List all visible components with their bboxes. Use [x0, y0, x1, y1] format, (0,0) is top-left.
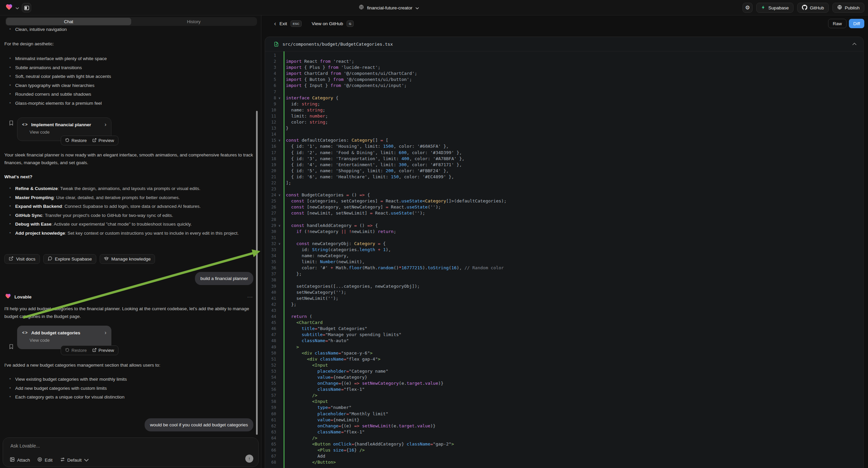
fold-chevron-icon[interactable] [276, 162, 283, 168]
fold-chevron-icon[interactable] [276, 405, 283, 411]
edit-mode-button[interactable]: Edit [37, 457, 52, 463]
send-button[interactable]: ↑ [245, 455, 253, 463]
fold-chevron-icon[interactable] [276, 253, 283, 259]
fold-chevron-icon[interactable] [276, 459, 283, 465]
fold-chevron-icon[interactable] [276, 180, 283, 186]
raw-button[interactable]: Raw [828, 19, 846, 28]
fold-chevron-icon[interactable] [276, 453, 283, 459]
fold-chevron-icon[interactable] [276, 447, 283, 453]
fold-chevron-icon[interactable] [276, 441, 283, 447]
chat-input[interactable] [10, 443, 212, 448]
fold-chevron-icon[interactable] [276, 429, 283, 435]
chevron-up-icon[interactable] [852, 42, 857, 45]
fold-chevron-icon[interactable] [276, 77, 283, 83]
fold-chevron-icon[interactable] [276, 229, 283, 235]
fold-chevron-icon[interactable] [276, 386, 283, 392]
fold-chevron-icon[interactable] [276, 399, 283, 405]
fold-chevron-icon[interactable] [276, 320, 283, 326]
fold-chevron-icon[interactable] [276, 423, 283, 429]
supabase-button[interactable]: Supabase [756, 3, 794, 13]
model-selector[interactable]: Default [60, 457, 89, 463]
fold-chevron-icon[interactable] [276, 314, 283, 320]
fold-chevron-icon[interactable] [276, 235, 283, 241]
fold-chevron-icon[interactable] [276, 83, 283, 89]
fold-chevron-icon[interactable] [276, 301, 283, 308]
more-menu-icon[interactable]: ··· [247, 294, 253, 299]
fold-chevron-icon[interactable] [276, 150, 283, 156]
fold-chevron-icon[interactable] [276, 417, 283, 423]
fold-chevron-icon[interactable] [276, 113, 283, 119]
fold-chevron-icon[interactable] [276, 168, 283, 174]
fold-chevron-icon[interactable] [276, 174, 283, 180]
fold-chevron-icon[interactable]: ∨ [276, 192, 283, 198]
fold-chevron-icon[interactable] [276, 435, 283, 441]
file-header[interactable]: src/components/budget/BudgetCategories.t… [265, 37, 863, 51]
fold-chevron-icon[interactable] [276, 380, 283, 386]
explore-supabase-button[interactable]: Explore Supabase [43, 254, 96, 264]
fold-chevron-icon[interactable] [276, 265, 283, 271]
fold-chevron-icon[interactable] [276, 368, 283, 374]
bookmark-icon[interactable] [8, 344, 14, 350]
view-on-github-link[interactable]: View on GitHub G [312, 21, 354, 27]
tab-chat[interactable]: Chat [6, 18, 131, 25]
fold-chevron-icon[interactable] [276, 216, 283, 223]
exit-button[interactable]: ‹ Exit ESC [274, 21, 302, 27]
fold-chevron-icon[interactable] [276, 350, 283, 356]
manage-knowledge-button[interactable]: Manage knowledge [100, 254, 155, 264]
restore-button[interactable]: Restore [63, 347, 89, 354]
fold-chevron-icon[interactable] [276, 356, 283, 362]
diff-button[interactable]: Diff [849, 19, 864, 28]
fold-chevron-icon[interactable] [276, 198, 283, 204]
fold-chevron-icon[interactable] [276, 277, 283, 283]
view-code-link[interactable]: View code [30, 338, 106, 343]
fold-chevron-icon[interactable] [276, 125, 283, 131]
fold-chevron-icon[interactable] [276, 64, 283, 70]
fold-chevron-icon[interactable] [276, 131, 283, 137]
fold-chevron-icon[interactable]: ∨ [276, 95, 283, 101]
fold-chevron-icon[interactable]: ∨ [276, 137, 283, 143]
fold-chevron-icon[interactable] [276, 283, 283, 289]
chat-scrollbar[interactable] [256, 111, 258, 435]
fold-chevron-icon[interactable] [276, 101, 283, 107]
fold-chevron-icon[interactable] [276, 89, 283, 95]
restore-button[interactable]: Restore [63, 137, 89, 144]
settings-button[interactable]: ⚙ [743, 3, 752, 13]
toggle-sidebar-button[interactable] [22, 3, 31, 12]
preview-button[interactable]: Preview [90, 347, 116, 354]
tab-history[interactable]: History [131, 18, 256, 25]
fold-chevron-icon[interactable] [276, 186, 283, 192]
publish-button[interactable]: Publish [832, 3, 864, 13]
fold-chevron-icon[interactable] [276, 332, 283, 338]
fold-chevron-icon[interactable] [276, 58, 283, 64]
fold-chevron-icon[interactable] [276, 119, 283, 125]
fold-chevron-icon[interactable] [276, 392, 283, 399]
fold-chevron-icon[interactable] [276, 362, 283, 368]
fold-chevron-icon[interactable] [276, 308, 283, 314]
fold-chevron-icon[interactable]: ∨ [276, 241, 283, 247]
fold-chevron-icon[interactable] [276, 289, 283, 295]
fold-chevron-icon[interactable] [276, 271, 283, 277]
lovable-logo-icon[interactable] [5, 3, 13, 12]
logo-caret-down-icon[interactable] [16, 5, 19, 11]
view-code-link[interactable]: View code [30, 129, 106, 135]
fold-chevron-icon[interactable] [276, 295, 283, 301]
fold-chevron-icon[interactable] [276, 52, 283, 58]
fold-chevron-icon[interactable] [276, 411, 283, 417]
visit-docs-button[interactable]: Visit docs [4, 254, 40, 264]
bookmark-icon[interactable] [8, 120, 14, 126]
fold-chevron-icon[interactable] [276, 259, 283, 265]
fold-chevron-icon[interactable] [276, 344, 283, 350]
fold-chevron-icon[interactable] [276, 247, 283, 253]
project-switcher[interactable]: financial-future-creator [359, 0, 419, 16]
code-lines[interactable]: 12import React from 'react';3import { Pl… [265, 51, 863, 468]
fold-chevron-icon[interactable] [276, 70, 283, 77]
attach-button[interactable]: Attach [10, 457, 30, 463]
fold-chevron-icon[interactable] [276, 326, 283, 332]
fold-chevron-icon[interactable] [276, 374, 283, 380]
fold-chevron-icon[interactable] [276, 156, 283, 162]
fold-chevron-icon[interactable] [276, 107, 283, 113]
fold-chevron-icon[interactable] [276, 210, 283, 216]
preview-button[interactable]: Preview [90, 137, 116, 144]
fold-chevron-icon[interactable] [276, 143, 283, 149]
github-button[interactable]: GitHub [797, 3, 829, 13]
